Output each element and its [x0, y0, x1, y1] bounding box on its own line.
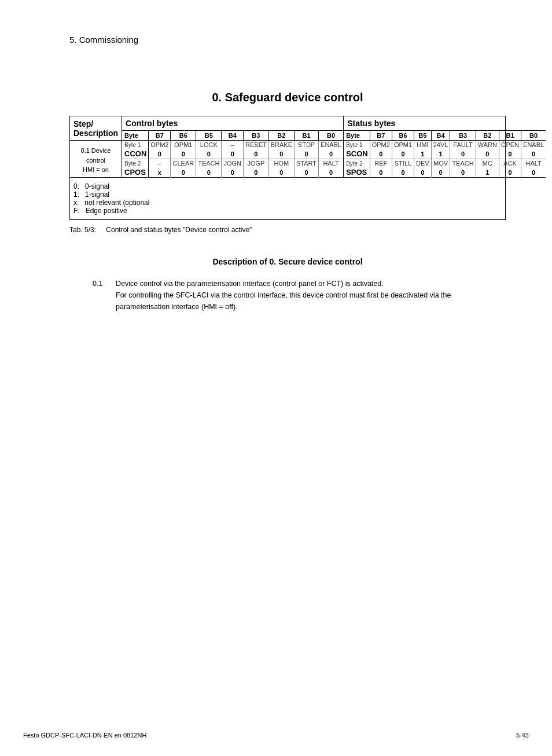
ctrl-b3: B3	[244, 131, 269, 141]
ctrl-b1-v5: 0	[196, 149, 222, 159]
ctrl-b2-v4: 0	[222, 167, 244, 178]
stat-b1-v0: 0	[521, 149, 546, 159]
ctrl-b2-v6: 0	[171, 167, 196, 178]
main-table: Step/Description Control bytes Status by…	[70, 116, 546, 219]
chapter-heading: 5. Commissioning	[69, 35, 506, 45]
page: 5. Commissioning 0. Safeguard device con…	[0, 0, 552, 756]
tab-caption: Tab. 5/3: Control and status bytes "Devi…	[69, 226, 506, 234]
footer: Festo GDCP-SFC-LACI-DN-EN en 0812NH 5-43	[0, 732, 552, 739]
stat-byte2-name: Byte 2	[344, 159, 370, 168]
stat-b1-v6: 0	[392, 149, 414, 159]
stat-b1-v5: 1	[414, 149, 432, 159]
byte1-label-row: 0.1 Device controlHMI = on Byte 1 OPM2 O…	[70, 141, 546, 149]
stat-b1-b5-lbl: HMI	[414, 141, 432, 149]
stat-b2-v0: 0	[521, 167, 546, 178]
ctrl-b2-b0-lbl: HALT	[319, 159, 344, 168]
stat-b2-v7: 0	[370, 167, 392, 178]
note-f: F: Edge positive	[73, 207, 127, 215]
ctrl-b1-v1: 0	[295, 149, 319, 159]
ctrl-b2-b1-lbl: START	[295, 159, 319, 168]
ctrl-b2-b4-lbl: JOGN	[222, 159, 244, 168]
description-block: 0.1 Device control via the parameterisat…	[93, 278, 506, 313]
stat-b0: B0	[521, 131, 546, 141]
stat-b1-b3-lbl: FAULT	[450, 141, 476, 149]
ctrl-byte2-name: Byte 2	[122, 159, 149, 168]
stat-b1-v1: 0	[499, 149, 521, 159]
header-row: Step/Description Control bytes Status by…	[70, 116, 546, 131]
status-byte-label: Byte	[344, 131, 370, 141]
ctrl-byte2-abbr: CPOS	[122, 167, 149, 178]
sub-header-row: Byte B7 B6 B5 B4 B3 B2 B1 B0 Byte B7 B6 …	[70, 131, 546, 141]
stat-b7: B7	[370, 131, 392, 141]
byte1-value-row: CCON 0 0 0 0 0 0 0 0 SCON 0 0 1 1 0 0 0 …	[70, 149, 546, 159]
stat-b2-v3: 0	[450, 167, 476, 178]
stat-b5: B5	[414, 131, 432, 141]
ctrl-b1-b5-lbl: LOCK	[196, 141, 222, 149]
ctrl-b2-v7: x	[149, 167, 171, 178]
stat-b2-b2-lbl: MC	[476, 159, 499, 168]
stat-b1-b7-lbl: OPM2	[370, 141, 392, 149]
ctrl-b2-v5: 0	[196, 167, 222, 178]
step-desc-cell: 0.1 Device controlHMI = on	[70, 141, 122, 178]
control-bytes-header: Control bytes	[122, 116, 344, 131]
note-x: x: not relevant (optional	[73, 199, 149, 207]
footer-left: Festo GDCP-SFC-LACI-DN-EN en 0812NH	[23, 732, 146, 739]
ctrl-b2-b3-lbl: JOGP	[244, 159, 269, 168]
ctrl-b2-v0: 0	[319, 167, 344, 178]
stat-b1-b4-lbl: 24VL	[431, 141, 450, 149]
stat-b2-b1-lbl: ACK	[499, 159, 521, 168]
note-1: 1: 1-signal	[73, 190, 109, 199]
ctrl-b1-b3-lbl: RESET	[244, 141, 269, 149]
stat-b1: B1	[499, 131, 521, 141]
ctrl-b1-b7-lbl: OPM2	[149, 141, 171, 149]
desc-num-01: 0.1	[93, 278, 116, 313]
stat-b1-b1-lbl: OPEN	[499, 141, 521, 149]
control-byte-label: Byte	[122, 131, 149, 141]
ctrl-b2-b5-lbl: TEACH	[196, 159, 222, 168]
ctrl-b6: B6	[171, 131, 196, 141]
stat-b2-v5: 0	[414, 167, 432, 178]
stat-b2-b3-lbl: TEACH	[450, 159, 476, 168]
section-title: 0. Safeguard device control	[69, 91, 506, 104]
stat-b1-b0-lbl: ENABL	[521, 141, 546, 149]
stat-b2-v2: 1	[476, 167, 499, 178]
stat-byte1-name: Byte 1	[344, 141, 370, 149]
ctrl-b1-b4-lbl: –	[222, 141, 244, 149]
stat-b1-v7: 0	[370, 149, 392, 159]
ctrl-b1-v2: 0	[268, 149, 294, 159]
byte2-value-row: CPOS x 0 0 0 0 0 0 0 SPOS 0 0 0 0 0 1 0 …	[70, 167, 546, 178]
note-0: 0: 0-signal	[73, 182, 109, 190]
ctrl-b1-v7: 0	[149, 149, 171, 159]
ctrl-b2-v2: 0	[268, 167, 294, 178]
ctrl-b0: B0	[319, 131, 344, 141]
step-desc-header: Step/Description	[70, 116, 122, 141]
status-bytes-header: Status bytes	[344, 116, 546, 131]
footer-right: 5-43	[516, 732, 529, 739]
ctrl-b7: B7	[149, 131, 171, 141]
stat-b1-b6-lbl: OPM1	[392, 141, 414, 149]
ctrl-b1-v0: 0	[319, 149, 344, 159]
ctrl-byte1-name: Byte 1	[122, 141, 149, 149]
stat-b2-b5-lbl: DEV	[414, 159, 432, 168]
byte2-label-row: Byte 2 – CLEAR TEACH JOGN JOGP HOM START…	[70, 159, 546, 168]
ctrl-b2-v3: 0	[244, 167, 269, 178]
ctrl-b2-b7-lbl: –	[149, 159, 171, 168]
ctrl-b1-v6: 0	[171, 149, 196, 159]
stat-b2-v4: 0	[431, 167, 450, 178]
stat-b4: B4	[431, 131, 450, 141]
ctrl-b1-b2-lbl: BRAKE	[268, 141, 294, 149]
caption-text: Control and status bytes "Device control…	[106, 226, 252, 234]
stat-b2: B2	[476, 131, 499, 141]
desc-text-01: Device control via the parameterisation …	[116, 278, 506, 313]
ctrl-b1-v4: 0	[222, 149, 244, 159]
notes-cell: 0: 0-signal 1: 1-signal x: not relevant …	[70, 178, 546, 220]
ctrl-b4: B4	[222, 131, 244, 141]
ctrl-b2: B2	[268, 131, 294, 141]
notes-row: 0: 0-signal 1: 1-signal x: not relevant …	[70, 178, 546, 220]
stat-b2-b0-lbl: HALT	[521, 159, 546, 168]
stat-b1-b2-lbl: WARN	[476, 141, 499, 149]
ctrl-b1-v3: 0	[244, 149, 269, 159]
stat-b2-b7-lbl: REF	[370, 159, 392, 168]
ctrl-b1-b1-lbl: STDP	[295, 141, 319, 149]
stat-b2-v6: 0	[392, 167, 414, 178]
